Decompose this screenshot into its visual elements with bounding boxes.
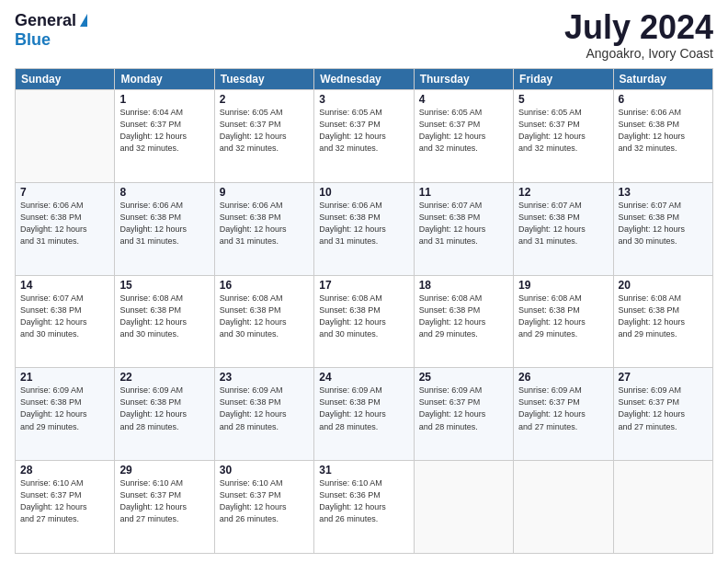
day-info: Sunrise: 6:04 AM Sunset: 6:37 PM Dayligh… [119,107,209,155]
day-info: Sunrise: 6:10 AM Sunset: 6:37 PM Dayligh… [220,477,309,525]
day-info: Sunrise: 6:09 AM Sunset: 6:38 PM Dayligh… [220,385,309,432]
calendar-header: SundayMondayTuesdayWednesdayThursdayFrid… [16,69,713,90]
header-sunday: Sunday [16,69,115,90]
day-info: Sunrise: 6:09 AM Sunset: 6:37 PM Dayligh… [619,385,708,432]
calendar-cell: 14Sunrise: 6:07 AM Sunset: 6:38 PM Dayli… [16,275,115,368]
logo: General Blue [15,11,87,50]
day-info: Sunrise: 6:07 AM Sunset: 6:38 PM Dayligh… [419,200,508,247]
day-info: Sunrise: 6:08 AM Sunset: 6:38 PM Dayligh… [518,293,608,340]
calendar-cell: 30Sunrise: 6:10 AM Sunset: 6:37 PM Dayli… [214,461,313,554]
day-number: 1 [119,93,209,106]
calendar-cell: 8Sunrise: 6:06 AM Sunset: 6:38 PM Daylig… [115,182,214,275]
calendar-cell: 19Sunrise: 6:08 AM Sunset: 6:38 PM Dayli… [514,275,613,368]
day-number: 31 [319,464,408,477]
day-number: 3 [319,93,408,106]
day-number: 13 [619,186,708,199]
day-info: Sunrise: 6:09 AM Sunset: 6:38 PM Dayligh… [319,385,408,432]
day-info: Sunrise: 6:06 AM Sunset: 6:38 PM Dayligh… [20,200,109,247]
day-number: 20 [619,279,708,292]
day-info: Sunrise: 6:09 AM Sunset: 6:38 PM Dayligh… [20,385,109,432]
calendar-cell: 20Sunrise: 6:08 AM Sunset: 6:38 PM Dayli… [613,275,712,368]
header-wednesday: Wednesday [314,69,414,90]
calendar-cell: 10Sunrise: 6:06 AM Sunset: 6:38 PM Dayli… [314,182,414,275]
calendar-cell: 28Sunrise: 6:10 AM Sunset: 6:37 PM Dayli… [16,461,115,554]
day-number: 15 [119,279,209,292]
day-info: Sunrise: 6:09 AM Sunset: 6:37 PM Dayligh… [419,385,508,432]
day-number: 19 [518,279,608,292]
week-row-4: 21Sunrise: 6:09 AM Sunset: 6:38 PM Dayli… [16,368,713,461]
calendar-table: SundayMondayTuesdayWednesdayThursdayFrid… [15,68,713,554]
day-number: 29 [119,464,209,477]
day-info: Sunrise: 6:10 AM Sunset: 6:36 PM Dayligh… [319,477,408,525]
header-tuesday: Tuesday [214,69,313,90]
calendar-cell: 17Sunrise: 6:08 AM Sunset: 6:38 PM Dayli… [314,275,414,368]
day-info: Sunrise: 6:08 AM Sunset: 6:38 PM Dayligh… [220,293,309,340]
day-info: Sunrise: 6:08 AM Sunset: 6:38 PM Dayligh… [419,293,508,340]
header-monday: Monday [115,69,214,90]
day-number: 6 [619,93,708,106]
day-number: 11 [419,186,508,199]
week-row-3: 14Sunrise: 6:07 AM Sunset: 6:38 PM Dayli… [16,275,713,368]
day-info: Sunrise: 6:10 AM Sunset: 6:37 PM Dayligh… [119,477,209,525]
header-friday: Friday [514,69,613,90]
header-saturday: Saturday [613,69,712,90]
day-number: 17 [319,279,408,292]
calendar-cell: 3Sunrise: 6:05 AM Sunset: 6:37 PM Daylig… [314,90,414,183]
day-number: 9 [220,186,309,199]
header: General Blue July 2024 Angoakro, Ivory C… [15,11,713,61]
day-info: Sunrise: 6:05 AM Sunset: 6:37 PM Dayligh… [220,107,309,155]
calendar-cell: 13Sunrise: 6:07 AM Sunset: 6:38 PM Dayli… [613,182,712,275]
header-thursday: Thursday [414,69,513,90]
day-info: Sunrise: 6:07 AM Sunset: 6:38 PM Dayligh… [619,200,708,247]
calendar-cell: 27Sunrise: 6:09 AM Sunset: 6:37 PM Dayli… [613,368,712,461]
calendar-cell: 9Sunrise: 6:06 AM Sunset: 6:38 PM Daylig… [214,182,313,275]
calendar-cell: 29Sunrise: 6:10 AM Sunset: 6:37 PM Dayli… [115,461,214,554]
day-info: Sunrise: 6:05 AM Sunset: 6:37 PM Dayligh… [319,107,408,155]
logo-triangle-icon [80,14,87,27]
day-info: Sunrise: 6:07 AM Sunset: 6:38 PM Dayligh… [20,293,109,340]
day-info: Sunrise: 6:06 AM Sunset: 6:38 PM Dayligh… [619,107,708,155]
calendar-cell: 6Sunrise: 6:06 AM Sunset: 6:38 PM Daylig… [613,90,712,183]
title-block: July 2024 Angoakro, Ivory Coast [564,11,713,61]
calendar-cell: 15Sunrise: 6:08 AM Sunset: 6:38 PM Dayli… [115,275,214,368]
day-info: Sunrise: 6:07 AM Sunset: 6:38 PM Dayligh… [518,200,608,247]
calendar-cell: 4Sunrise: 6:05 AM Sunset: 6:37 PM Daylig… [414,90,513,183]
calendar-cell [613,461,712,554]
day-number: 7 [20,186,109,199]
calendar-cell: 22Sunrise: 6:09 AM Sunset: 6:38 PM Dayli… [115,368,214,461]
day-number: 5 [518,93,608,106]
day-number: 26 [518,371,608,384]
day-number: 16 [220,279,309,292]
week-row-1: 1Sunrise: 6:04 AM Sunset: 6:37 PM Daylig… [16,90,713,183]
day-number: 12 [518,186,608,199]
calendar-cell: 1Sunrise: 6:04 AM Sunset: 6:37 PM Daylig… [115,90,214,183]
day-info: Sunrise: 6:06 AM Sunset: 6:38 PM Dayligh… [119,200,209,247]
calendar-cell: 18Sunrise: 6:08 AM Sunset: 6:38 PM Dayli… [414,275,513,368]
page: General Blue July 2024 Angoakro, Ivory C… [0,0,728,563]
calendar-cell: 31Sunrise: 6:10 AM Sunset: 6:36 PM Dayli… [314,461,414,554]
calendar-cell: 26Sunrise: 6:09 AM Sunset: 6:37 PM Dayli… [514,368,613,461]
day-info: Sunrise: 6:08 AM Sunset: 6:38 PM Dayligh… [319,293,408,340]
day-number: 28 [20,464,109,477]
calendar-cell: 21Sunrise: 6:09 AM Sunset: 6:38 PM Dayli… [16,368,115,461]
day-info: Sunrise: 6:09 AM Sunset: 6:37 PM Dayligh… [518,385,608,432]
week-row-5: 28Sunrise: 6:10 AM Sunset: 6:37 PM Dayli… [16,461,713,554]
header-row: SundayMondayTuesdayWednesdayThursdayFrid… [16,69,713,90]
day-number: 10 [319,186,408,199]
day-number: 22 [119,371,209,384]
calendar-cell [16,90,115,183]
location-subtitle: Angoakro, Ivory Coast [564,46,713,61]
calendar-cell [414,461,513,554]
day-info: Sunrise: 6:06 AM Sunset: 6:38 PM Dayligh… [319,200,408,247]
day-number: 4 [419,93,508,106]
week-row-2: 7Sunrise: 6:06 AM Sunset: 6:38 PM Daylig… [16,182,713,275]
calendar: SundayMondayTuesdayWednesdayThursdayFrid… [15,68,713,554]
day-number: 2 [220,93,309,106]
day-info: Sunrise: 6:05 AM Sunset: 6:37 PM Dayligh… [419,107,508,155]
logo-general-text: General [15,11,76,30]
day-info: Sunrise: 6:09 AM Sunset: 6:38 PM Dayligh… [119,385,209,432]
calendar-cell: 24Sunrise: 6:09 AM Sunset: 6:38 PM Dayli… [314,368,414,461]
calendar-cell: 12Sunrise: 6:07 AM Sunset: 6:38 PM Dayli… [514,182,613,275]
calendar-cell: 25Sunrise: 6:09 AM Sunset: 6:37 PM Dayli… [414,368,513,461]
day-info: Sunrise: 6:05 AM Sunset: 6:37 PM Dayligh… [518,107,608,155]
